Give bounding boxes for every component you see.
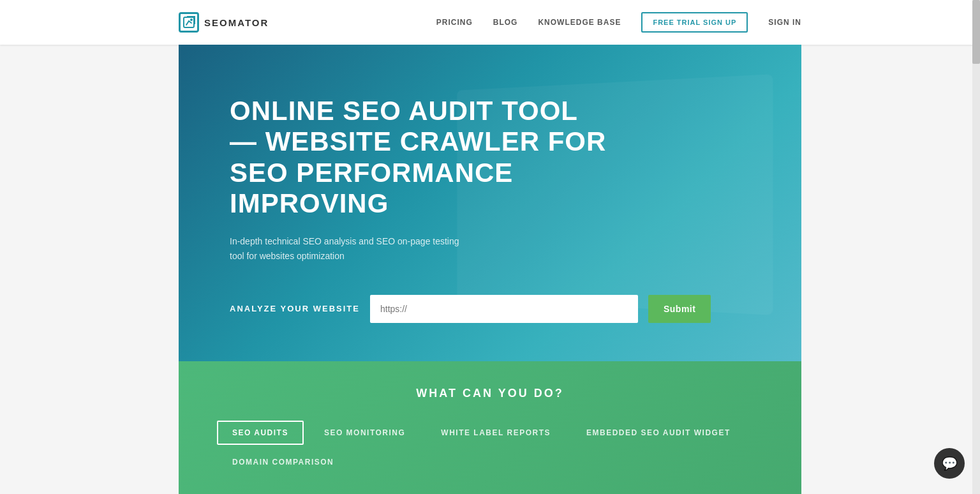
- free-trial-button[interactable]: FREE TRIAL SIGN UP: [641, 12, 748, 33]
- tab-white-label-reports[interactable]: WHITE LABEL REPORTS: [426, 421, 566, 445]
- logo-icon: [179, 12, 199, 33]
- nav-links: PRICING BLOG KNOWLEDGE BASE FREE TRIAL S…: [436, 12, 801, 33]
- nav-signin[interactable]: SIGN IN: [768, 18, 801, 27]
- scrollbar-thumb[interactable]: [972, 0, 980, 64]
- nav-knowledge-base[interactable]: KNOWLEDGE BASE: [538, 18, 621, 27]
- tab-domain-comparison[interactable]: DOMAIN COMPARISON: [217, 450, 349, 474]
- tab-seo-monitoring[interactable]: SEO MONITORING: [309, 421, 420, 445]
- chat-icon: 💬: [942, 456, 958, 471]
- hero-section: ONLINE SEO AUDIT TOOL — WEBSITE CRAWLER …: [179, 45, 801, 361]
- hero-form-label: ANALYZE YOUR WEBSITE: [230, 304, 360, 313]
- navbar: SEOMATOR PRICING BLOG KNOWLEDGE BASE FRE…: [0, 0, 980, 45]
- svg-point-1: [190, 19, 193, 21]
- submit-button[interactable]: Submit: [648, 295, 711, 323]
- logo[interactable]: SEOMATOR: [179, 12, 269, 33]
- nav-blog[interactable]: BLOG: [493, 18, 518, 27]
- hero-form: ANALYZE YOUR WEBSITE Submit: [230, 295, 750, 323]
- features-tabs: SEO AUDITS SEO MONITORING WHITE LABEL RE…: [217, 421, 763, 474]
- hero-title: ONLINE SEO AUDIT TOOL — WEBSITE CRAWLER …: [230, 96, 612, 219]
- tab-seo-audits[interactable]: SEO AUDITS: [217, 421, 304, 445]
- scrollbar[interactable]: [972, 0, 980, 494]
- svg-rect-0: [184, 17, 194, 27]
- tab-embedded-seo-audit-widget[interactable]: EMBEDDED SEO AUDIT WIDGET: [571, 421, 746, 445]
- hero-content: ONLINE SEO AUDIT TOOL — WEBSITE CRAWLER …: [230, 96, 750, 323]
- nav-pricing[interactable]: PRICING: [436, 18, 473, 27]
- website-url-input[interactable]: [370, 295, 638, 323]
- logo-label: SEOMATOR: [204, 17, 269, 28]
- features-section: WHAT CAN YOU DO? SEO AUDITS SEO MONITORI…: [179, 361, 801, 494]
- hero-subtitle: In-depth technical SEO analysis and SEO …: [230, 234, 459, 263]
- features-title: WHAT CAN YOU DO?: [217, 387, 763, 400]
- chat-widget[interactable]: 💬: [934, 448, 965, 479]
